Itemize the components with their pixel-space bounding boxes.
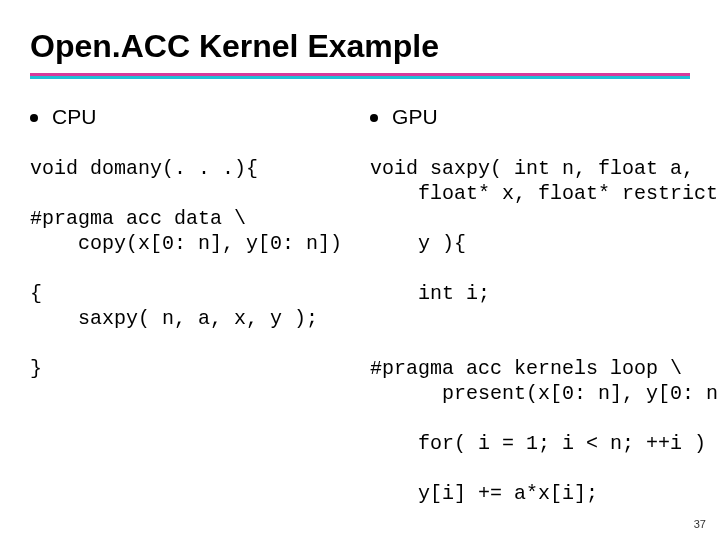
bullet-icon (30, 114, 38, 122)
right-heading: GPU (392, 105, 438, 129)
code-line: #pragma acc kernels loop \ (370, 357, 682, 380)
code-line: { (30, 282, 42, 305)
slide: Open.ACC Kernel Example CPU void domany(… (0, 0, 720, 540)
code-line: int i; (370, 281, 720, 306)
code-line: void saxpy( int n, float a, (370, 157, 694, 180)
right-column: GPU void saxpy( int n, float a, float* x… (370, 105, 720, 540)
page-number: 37 (694, 518, 706, 530)
columns: CPU void domany(. . .){ #pragma acc data… (30, 105, 690, 540)
rule-lower (30, 76, 690, 79)
code-line: for( i = 1; i < n; ++i ) (370, 431, 720, 456)
title-rule (30, 73, 690, 79)
code-line: present(x[0: n], y[0: n]) (370, 381, 720, 406)
code-line: y[i] += a*x[i]; (370, 481, 720, 506)
code-line: #pragma acc data \ (30, 207, 246, 230)
right-code: void saxpy( int n, float a, float* x, fl… (370, 131, 720, 540)
code-line: float* x, float* restrict (370, 181, 720, 206)
left-code: void domany(. . .){ #pragma acc data \ c… (30, 131, 342, 406)
right-heading-row: GPU (370, 105, 720, 129)
left-heading: CPU (52, 105, 96, 129)
code-line: } (30, 357, 42, 380)
left-column: CPU void domany(. . .){ #pragma acc data… (30, 105, 342, 540)
code-line: saxpy( n, a, x, y ); (30, 306, 342, 331)
code-line: void domany(. . .){ (30, 157, 258, 180)
slide-title: Open.ACC Kernel Example (30, 28, 690, 65)
code-line: copy(x[0: n], y[0: n]) (30, 231, 342, 256)
left-heading-row: CPU (30, 105, 342, 129)
code-line: y ){ (370, 231, 720, 256)
bullet-icon (370, 114, 378, 122)
